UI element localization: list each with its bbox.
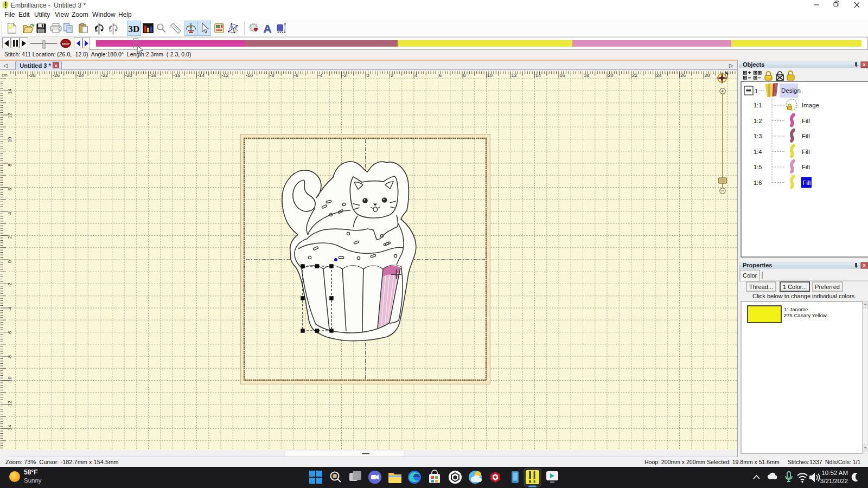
svg-text:-6: -6 (7, 331, 12, 335)
svg-text:2: 2 (391, 73, 393, 78)
svg-text:Design: Design (781, 87, 801, 94)
svg-text:-10: -10 (246, 73, 253, 78)
svg-text:1:1: 1:1 (754, 102, 762, 108)
svg-text:-6: -6 (294, 73, 298, 78)
svg-text:-10: -10 (7, 376, 12, 383)
svg-text:1: 1 (755, 88, 758, 94)
svg-text:1 Color...: 1 Color... (783, 284, 807, 290)
svg-text:14: 14 (7, 88, 12, 94)
svg-text:-2: -2 (7, 282, 12, 287)
svg-text:Preferred: Preferred (815, 284, 840, 290)
svg-text:4: 4 (7, 212, 12, 215)
svg-text:1:3: 1:3 (754, 133, 762, 139)
svg-text:1:4: 1:4 (754, 149, 762, 155)
svg-text:10: 10 (7, 137, 12, 142)
svg-text:-22: -22 (101, 73, 108, 78)
svg-text:2: 2 (7, 236, 12, 239)
svg-text:Properties: Properties (743, 262, 772, 268)
svg-text:4: 4 (415, 73, 418, 78)
svg-text:-4: -4 (318, 73, 323, 78)
svg-text:1:2: 1:2 (754, 118, 762, 124)
svg-text:0: 0 (7, 260, 12, 263)
svg-text:8: 8 (463, 73, 466, 78)
svg-text:Click below to change individu: Click below to change individual colors. (752, 293, 856, 299)
svg-text:-14: -14 (7, 425, 12, 432)
svg-text:0: 0 (367, 73, 369, 78)
svg-text:Fill: Fill (802, 164, 810, 170)
svg-text:-28: -28 (29, 73, 36, 78)
svg-text:-26: -26 (53, 73, 60, 78)
svg-text:12: 12 (7, 113, 12, 118)
svg-text:-4: -4 (7, 307, 12, 311)
svg-text:-14: -14 (197, 73, 205, 78)
svg-text:Sunny: Sunny (24, 477, 42, 484)
svg-text:Fill: Fill (803, 179, 811, 186)
svg-text:26: 26 (680, 73, 686, 78)
svg-text:3D: 3D (129, 24, 140, 34)
svg-text:-2: -2 (342, 73, 347, 78)
svg-text:Image: Image (802, 102, 819, 108)
svg-text:1:6: 1:6 (754, 179, 762, 186)
svg-text:3/21/2022: 3/21/2022 (820, 478, 848, 484)
svg-text:STOP: STOP (62, 42, 69, 46)
svg-text:N: N (725, 70, 729, 76)
svg-text:-8: -8 (270, 73, 275, 78)
svg-text:Objects: Objects (743, 61, 764, 68)
svg-text:Thread...: Thread... (749, 284, 773, 290)
svg-text:-18: -18 (149, 73, 156, 78)
svg-text:-12: -12 (7, 401, 12, 408)
svg-text:-12: -12 (222, 73, 229, 78)
svg-text:Fill: Fill (802, 118, 810, 124)
svg-text:18: 18 (584, 73, 589, 78)
svg-text:-8: -8 (7, 355, 12, 359)
svg-text:12: 12 (512, 73, 517, 78)
svg-text:10:52 AM: 10:52 AM (821, 470, 848, 476)
svg-text:x: x (863, 62, 866, 67)
svg-text:Color: Color (743, 272, 757, 279)
svg-text:28: 28 (705, 73, 710, 78)
svg-text:Fill: Fill (802, 149, 810, 155)
svg-text:22: 22 (632, 73, 637, 78)
svg-text:10: 10 (487, 73, 493, 78)
svg-text:-20: -20 (125, 73, 132, 78)
svg-text:275 Canary Yellow: 275 Canary Yellow (784, 312, 827, 318)
svg-text:Fill: Fill (802, 133, 810, 139)
svg-text:1: Janome: 1: Janome (784, 306, 808, 312)
svg-text:6: 6 (7, 188, 12, 190)
svg-text:cm: cm (2, 73, 8, 78)
svg-text:6: 6 (439, 73, 442, 78)
svg-text:x: x (863, 262, 866, 268)
svg-text:-24: -24 (77, 73, 84, 78)
svg-text:A: A (263, 22, 271, 35)
svg-text:24: 24 (656, 73, 662, 78)
svg-text:58°F: 58°F (24, 468, 37, 476)
svg-text:8: 8 (7, 164, 12, 166)
svg-text:20: 20 (608, 73, 614, 78)
svg-text:-16: -16 (174, 73, 181, 78)
svg-text:1:5: 1:5 (754, 164, 762, 170)
svg-text:14: 14 (535, 73, 541, 78)
svg-text:16: 16 (560, 73, 565, 78)
